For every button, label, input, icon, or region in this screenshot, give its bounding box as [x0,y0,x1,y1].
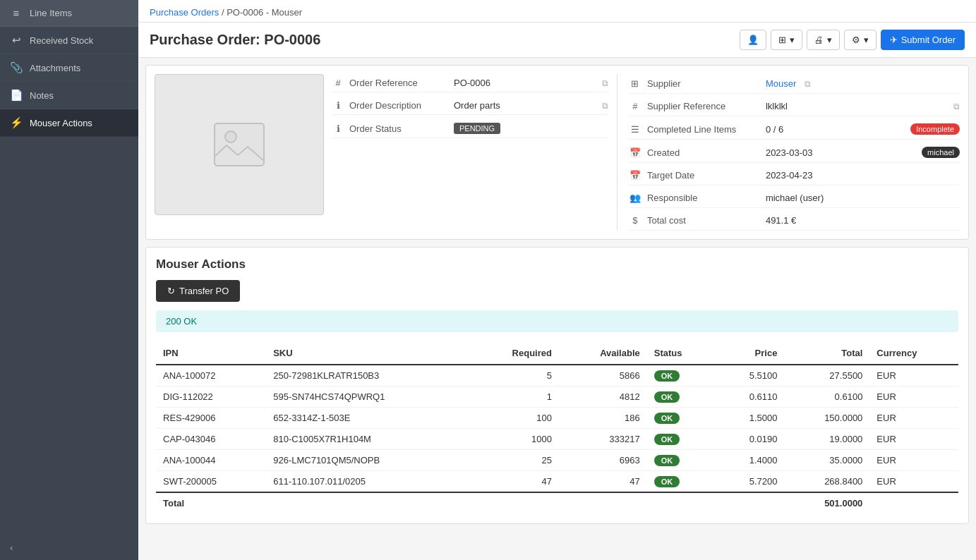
calendar2-icon: 📅 [629,170,641,181]
sidebar-item-label: Received Stock [30,35,93,46]
main-content: Purchase Orders / PO-0006 - Mouser Purch… [138,0,976,560]
grid-chevron-icon: ▾ [790,35,795,45]
page-title: Purchase Order: PO-0006 [150,32,320,48]
col-currency: Currency [869,342,958,365]
line-items-table: IPN SKU Required Available Status Price … [156,342,958,513]
total-cost-label: Total cost [647,215,760,226]
cell-required: 5 [471,365,559,386]
hash2-icon: # [629,101,641,111]
status-icon: ℹ [332,123,344,134]
col-available: Available [559,342,647,365]
cell-required: 100 [471,408,559,429]
breadcrumb: Purchase Orders / PO-0006 - Mouser [138,0,976,23]
copy-supplier-icon[interactable]: ⧉ [805,79,811,89]
notes-icon: 📄 [10,89,23,102]
completed-label: Completed Line Items [647,124,760,135]
list-check-icon: ☰ [629,124,641,135]
target-date-row: 📅 Target Date 2023-04-23 [629,166,960,185]
attach-icon: 📎 [10,61,23,74]
sidebar-item-attachments[interactable]: 📎 Attachments [0,54,138,82]
order-reference-row: # Order Reference PO-0006 ⧉ [332,74,608,92]
cell-required: 47 [471,471,559,493]
completed-value: 0 / 6 [766,124,905,135]
order-status-row: ℹ Order Status Pending [332,119,608,138]
mouser-icon: ⚡ [10,116,23,129]
cell-currency: EUR [869,450,958,471]
sidebar-item-mouser-actions[interactable]: ⚡ Mouser Actions [0,109,138,137]
target-date-label: Target Date [647,170,760,181]
col-total: Total [784,342,869,365]
cell-required: 25 [471,450,559,471]
print-icon: 🖨 [814,35,824,45]
total-row: Total 501.0000 [156,492,958,513]
cell-required: 1000 [471,429,559,450]
cell-sku: 810-C1005X7R1H104M [266,429,471,450]
sidebar-item-label: Line Items [30,8,72,18]
cell-ipn: CAP-043046 [156,429,266,450]
sidebar-item-received-stock[interactable]: ↩ Received Stock [0,27,138,54]
cell-currency: EUR [869,408,958,429]
copy-supplier-ref-icon[interactable]: ⧉ [953,102,960,111]
table-row: SWT-200005 611-110.107.011/0205 47 47 OK… [156,471,958,493]
print-button[interactable]: 🖨 ▾ [807,30,840,50]
col-price: Price [716,342,784,365]
breadcrumb-current: PO-0006 - Mouser [227,7,302,18]
info-section: # Order Reference PO-0006 ⧉ ℹ Order Desc… [145,65,969,240]
cell-total: 268.8400 [784,471,869,493]
cell-status: OK [647,450,716,471]
transfer-icon: ↻ [167,286,175,296]
order-details: # Order Reference PO-0006 ⧉ ℹ Order Desc… [332,74,608,231]
cell-available: 47 [559,471,647,493]
supplier-value-link[interactable]: Mouser [766,78,796,89]
sidebar-collapse-button[interactable]: ‹ [0,535,138,560]
tools-icon: ⚙ [852,35,860,45]
sidebar-item-label: Notes [30,90,54,101]
breadcrumb-separator: / [222,7,224,18]
transfer-label: Transfer PO [179,286,229,296]
incomplete-badge: Incomplete [910,123,960,135]
order-status-label: Order Status [349,123,448,134]
cell-price: 5.5100 [716,365,784,386]
cell-available: 4812 [559,386,647,408]
tools-button[interactable]: ⚙ ▾ [844,30,876,50]
supplier-label: Supplier [647,78,760,89]
supplier-row: ⊞ Supplier Mouser ⧉ [629,74,960,94]
cell-currency: EUR [869,429,958,450]
copy-reference-icon[interactable]: ⧉ [602,78,608,88]
cell-ipn: RES-429006 [156,408,266,429]
user-button[interactable]: 👤 [740,30,766,50]
cell-available: 186 [559,408,647,429]
cell-sku: 926-LMC7101QM5/NOPB [266,450,471,471]
cell-available: 5866 [559,365,647,386]
completed-row: ☰ Completed Line Items 0 / 6 Incomplete [629,119,960,140]
submit-order-button[interactable]: ✈ Submit Order [881,30,965,50]
cell-available: 6963 [559,450,647,471]
table-row: CAP-043046 810-C1005X7R1H104M 1000 33321… [156,429,958,450]
breadcrumb-parent-link[interactable]: Purchase Orders [150,7,219,18]
order-description-row: ℹ Order Description Order parts ⧉ [332,97,608,115]
cell-ipn: ANA-100072 [156,365,266,386]
table-row: ANA-100044 926-LMC7101QM5/NOPB 25 6963 O… [156,450,958,471]
cell-price: 5.7200 [716,471,784,493]
cell-sku: 595-SN74HCS74QPWRQ1 [266,386,471,408]
page-header: Purchase Order: PO-0006 👤 ⊞ ▾ 🖨 ▾ ⚙ ▾ ✈ … [138,23,976,58]
print-chevron-icon: ▾ [827,35,832,45]
sidebar-item-notes[interactable]: 📄 Notes [0,82,138,109]
transfer-po-button[interactable]: ↻ Transfer PO [156,280,240,302]
cell-total: 27.5500 [784,365,869,386]
grid-icon: ⊞ [778,35,786,45]
created-row: 📅 Created 2023-03-03 michael [629,142,960,163]
cell-available: 333217 [559,429,647,450]
table-row: DIG-112022 595-SN74HCS74QPWRQ1 1 4812 OK… [156,386,958,408]
product-image-placeholder [155,74,324,215]
responsible-value: michael (user) [766,193,960,203]
cell-price: 1.5000 [716,408,784,429]
mouser-actions-title: Mouser Actions [156,257,958,272]
sidebar-item-line-items[interactable]: ≡ Line Items [0,0,138,27]
cell-total: 0.6100 [784,386,869,408]
copy-description-icon[interactable]: ⧉ [602,101,608,111]
svg-rect-0 [215,123,264,166]
order-description-value: Order parts [454,100,596,111]
grid-button[interactable]: ⊞ ▾ [771,30,802,50]
order-reference-label: Order Reference [349,78,448,88]
